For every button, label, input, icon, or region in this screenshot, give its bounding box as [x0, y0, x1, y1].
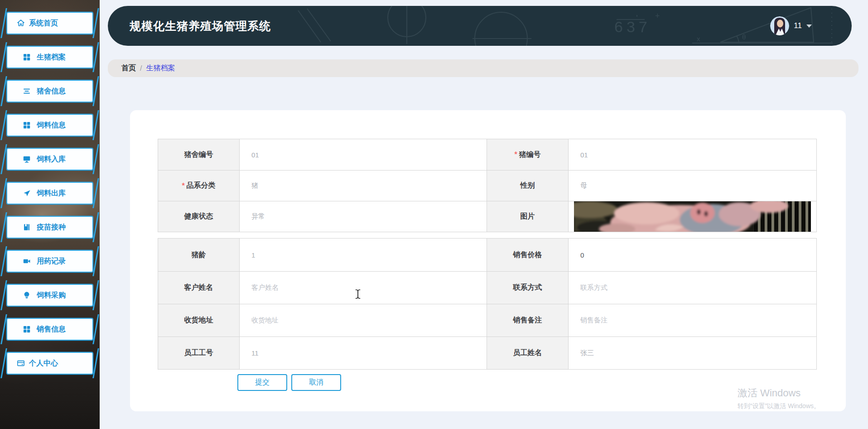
sidebar-item-label: 个人中心	[29, 359, 58, 368]
text-cursor	[355, 289, 361, 299]
grid-icon	[23, 325, 31, 333]
sidebar-item-feed-inbound[interactable]: 饲料入库	[6, 148, 93, 171]
sidebar-item-medication[interactable]: 用药记录	[6, 250, 93, 273]
sidebar-item-label: 饲料信息	[37, 121, 66, 130]
page-title: 规模化生猪养殖场管理系统	[130, 6, 271, 46]
header: 637 + θ x 规模化生猪养殖场管理系统	[108, 6, 852, 46]
avatar[interactable]	[770, 16, 789, 35]
field-label: 联系方式	[487, 272, 569, 304]
form-area: 猪舍编号01*猪编号01*品系分类猪性别母健康状态异常图片	[158, 139, 817, 391]
sidebar-menu: 系统首页生猪档案猪舍信息饲料信息饲料入库饲料出库疫苗接种用药记录饲料采购销售信息…	[6, 12, 93, 386]
form-row: *品系分类猪性别母	[158, 170, 816, 201]
pig-info-table: 猪舍编号01*猪编号01*品系分类猪性别母健康状态异常图片	[158, 139, 817, 232]
sidebar-item-vaccine[interactable]: 疫苗接种	[6, 216, 93, 239]
monitor-icon	[23, 155, 31, 163]
form-row: 员工工号11员工姓名张三	[158, 336, 816, 369]
watermark-line1: 激活 Windows	[738, 386, 820, 400]
send-icon	[23, 189, 31, 197]
chevron-down-icon	[806, 24, 812, 28]
form-row: 收货地址收货地址销售备注销售备注	[158, 304, 816, 336]
sidebar-item-sales-info[interactable]: 销售信息	[6, 318, 93, 341]
field-value[interactable]: 猪	[240, 171, 487, 201]
field-label: 猪舍编号	[158, 139, 240, 170]
sidebar-item-label: 饲料入库	[37, 155, 66, 164]
form-card: 猪舍编号01*猪编号01*品系分类猪性别母健康状态异常图片	[130, 110, 846, 411]
sidebar-item-profile[interactable]: 个人中心	[6, 352, 93, 375]
user-menu[interactable]: 11	[770, 6, 812, 46]
form-row: 猪龄1销售价格0	[158, 239, 816, 271]
breadcrumb: 首页 / 生猪档案	[108, 59, 858, 77]
field-label: 健康状态	[158, 201, 240, 232]
cancel-button[interactable]: 取消	[291, 374, 341, 391]
windows-activation-watermark: 激活 Windows 转到“设置”以激活 Windows。	[738, 386, 820, 410]
sidebar-item-label: 系统首页	[29, 19, 58, 28]
home-icon	[17, 19, 25, 27]
field-value[interactable]: 张三	[569, 337, 816, 369]
field-label: 员工工号	[158, 337, 240, 369]
list-icon	[23, 87, 31, 95]
breadcrumb-separator: /	[140, 64, 142, 73]
form-row: 健康状态异常图片	[158, 201, 816, 232]
svg-text:+: +	[655, 11, 660, 20]
field-label: 客户姓名	[158, 272, 240, 304]
lightbulb-icon	[23, 291, 31, 299]
field-value[interactable]: 客户姓名	[240, 272, 487, 304]
sidebar-item-feed-purchase[interactable]: 饲料采购	[6, 284, 93, 307]
sidebar: 系统首页生猪档案猪舍信息饲料信息饲料入库饲料出库疫苗接种用药记录饲料采购销售信息…	[0, 0, 100, 429]
svg-text:637: 637	[614, 18, 651, 35]
video-icon	[23, 257, 31, 265]
field-label: 图片	[487, 201, 569, 232]
sidebar-item-label: 销售信息	[37, 325, 66, 334]
sidebar-item-label: 疫苗接种	[37, 223, 66, 232]
required-asterisk: *	[182, 182, 184, 190]
field-label: 员工姓名	[487, 337, 569, 369]
pig-photo-image	[574, 201, 811, 232]
required-asterisk: *	[514, 151, 517, 159]
field-value[interactable]: 0	[569, 239, 816, 271]
watermark-line2: 转到“设置”以激活 Windows。	[738, 402, 820, 410]
field-value[interactable]: 联系方式	[569, 272, 816, 304]
sidebar-item-home[interactable]: 系统首页	[6, 12, 93, 34]
field-label: 猪龄	[158, 239, 240, 271]
breadcrumb-home-link[interactable]: 首页	[121, 63, 136, 73]
bank-card-icon	[17, 359, 25, 367]
field-value[interactable]: 异常	[240, 201, 487, 232]
sidebar-item-pig-archive[interactable]: 生猪档案	[6, 46, 93, 68]
sidebar-item-label: 猪舍信息	[37, 87, 66, 96]
sidebar-item-label: 饲料出库	[37, 189, 66, 198]
grid-icon	[23, 121, 31, 129]
sidebar-item-label: 用药记录	[37, 257, 66, 266]
notebook-icon	[23, 223, 31, 231]
form-row: 客户姓名客户姓名联系方式联系方式	[158, 271, 816, 304]
sidebar-item-pigsty-info[interactable]: 猪舍信息	[6, 80, 93, 102]
field-label: 性别	[487, 171, 569, 201]
grid-icon	[23, 53, 31, 61]
sidebar-item-label: 饲料采购	[37, 291, 66, 300]
field-label: 销售备注	[487, 304, 569, 336]
field-value[interactable]: 1	[240, 239, 487, 271]
svg-text:θ: θ	[742, 33, 746, 41]
form-actions: 提交 取消	[237, 374, 817, 391]
sidebar-item-label: 生猪档案	[37, 53, 66, 62]
field-label: 收货地址	[158, 304, 240, 336]
sale-info-table: 猪龄1销售价格0客户姓名客户姓名联系方式联系方式收货地址收货地址销售备注销售备注…	[158, 238, 817, 370]
field-label: *猪编号	[487, 139, 569, 170]
sidebar-item-feed-outbound[interactable]: 饲料出库	[6, 182, 93, 205]
field-label: 销售价格	[487, 239, 569, 271]
svg-text:x: x	[697, 35, 700, 43]
field-value[interactable]: 销售备注	[569, 304, 816, 336]
form-row: 猪舍编号01*猪编号01	[158, 139, 816, 170]
field-value[interactable]: 01	[240, 139, 487, 170]
app-root: 系统首页生猪档案猪舍信息饲料信息饲料入库饲料出库疫苗接种用药记录饲料采购销售信息…	[0, 0, 868, 429]
pig-photo-cell[interactable]	[569, 201, 816, 232]
user-name: 11	[794, 21, 802, 30]
field-value[interactable]: 收货地址	[240, 304, 487, 336]
field-value[interactable]: 01	[569, 139, 816, 170]
field-label: *品系分类	[158, 171, 240, 201]
submit-button[interactable]: 提交	[237, 374, 287, 391]
sidebar-item-feed-info[interactable]: 饲料信息	[6, 114, 93, 136]
breadcrumb-current-link[interactable]: 生猪档案	[146, 63, 175, 73]
field-value[interactable]: 11	[240, 337, 487, 369]
field-value[interactable]: 母	[569, 171, 816, 201]
